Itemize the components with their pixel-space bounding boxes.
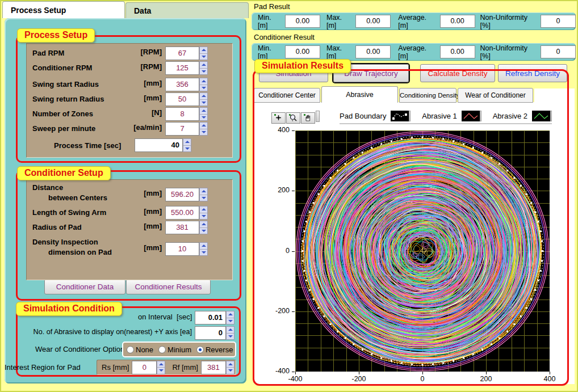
swing-start-radius-spinner[interactable]: [199, 78, 208, 91]
field-label2: between Centers: [48, 193, 107, 202]
swing-arm-length-spinner[interactable]: [199, 206, 208, 220]
field-label: Number of Zones: [32, 109, 93, 118]
trajectory-plot[interactable]: [295, 130, 550, 372]
y-axis-tick: [292, 191, 295, 191]
abrasive-display-spinner[interactable]: [226, 326, 234, 340]
field-label: Pad RPM: [32, 49, 64, 57]
radio-reverse-circle[interactable]: [196, 346, 204, 353]
plot-content-pane-edge: [534, 88, 575, 103]
pad-result-title: Pad Result: [254, 2, 290, 11]
y-axis-tick-label: 200: [268, 186, 290, 194]
radio-none-circle[interactable]: [127, 346, 134, 353]
abrasive2-swatch-icon[interactable]: [532, 111, 550, 121]
legend-abrasive1-label: Abrasive 1: [422, 112, 456, 120]
calculate-density-button[interactable]: Calculate Density: [420, 64, 495, 82]
interval-label: on Interval: [138, 313, 173, 321]
pad-average-label: Average. [m]: [398, 14, 437, 29]
field-unit: [mm]: [116, 189, 162, 197]
pad-rpm-spinner[interactable]: [199, 47, 208, 60]
process-time-input[interactable]: 40: [135, 138, 183, 152]
pan-tool-icon[interactable]: [301, 112, 315, 124]
field-label: Swing start Radius: [32, 80, 99, 88]
swing-start-radius-input[interactable]: 356: [165, 78, 199, 91]
pad-nonuniformity-value[interactable]: 0: [541, 15, 576, 28]
density-inspection-input[interactable]: 10: [165, 242, 199, 256]
pad-rpm-input[interactable]: 67: [165, 47, 199, 60]
swing-return-radius-spinner[interactable]: [199, 92, 208, 106]
sweep-per-minute-spinner[interactable]: [199, 122, 208, 136]
tab-conditioning-density[interactable]: Conditioning Density: [399, 88, 456, 103]
radio-reverse-label: Reverse: [206, 345, 233, 354]
field-unit: [ea/min]: [116, 123, 162, 132]
zoom-tool-icon[interactable]: [286, 112, 300, 124]
y-axis-tick: [292, 130, 295, 131]
interval-input[interactable]: 0.01: [195, 311, 226, 324]
field-unit: [mm]: [116, 243, 162, 252]
wear-option-label: Wear of Conditioner Option: [35, 345, 124, 353]
interest-region-fields: Rs [mm] 0 Rf [mm] 381: [97, 360, 236, 375]
pad-nonuniformity-label: Non-Uniformity [%]: [480, 14, 538, 29]
pad-max-value[interactable]: 0.00: [355, 15, 391, 28]
pad-result-strip: Min. [m] 0.00 Max. [m] 0.00 Average. [m]…: [252, 12, 576, 30]
radio-minium-circle[interactable]: [158, 346, 166, 353]
distance-between-centers-input[interactable]: 596.20: [165, 188, 199, 201]
pad-radius-spinner[interactable]: [199, 221, 208, 234]
cond-min-value[interactable]: 0.00: [285, 45, 320, 58]
field-unit: [mm]: [116, 207, 162, 216]
tab-abrasive[interactable]: Abrasive: [321, 86, 398, 103]
radio-none-label: None: [136, 345, 153, 354]
process-time-spinner[interactable]: [183, 138, 191, 152]
tab-wear-of-conditioner[interactable]: Wear of Conditioner: [458, 88, 533, 103]
tab-data[interactable]: Data: [125, 2, 249, 18]
legend-strip[interactable]: [409, 111, 411, 121]
rs-spinner[interactable]: [157, 361, 165, 374]
pad-max-label: Max. [m]: [326, 14, 353, 29]
radio-minium[interactable]: Minium: [158, 345, 191, 354]
density-inspection-spinner[interactable]: [199, 242, 208, 256]
pad-radius-input[interactable]: 381: [165, 221, 199, 234]
rs-input[interactable]: 0: [132, 361, 157, 374]
cond-nonuniformity-value[interactable]: 0: [541, 45, 576, 58]
cond-nonuniformity-label: Non-Uniformity [%]: [480, 44, 538, 60]
legend-strip[interactable]: [550, 111, 552, 121]
pad-boundary-swatch-icon[interactable]: [391, 111, 409, 121]
field-label: Length of Swing Arm: [32, 208, 106, 217]
x-axis-tick-label: -200: [342, 375, 376, 383]
rf-label: Rf [mm]: [172, 363, 198, 372]
y-axis-tick-label: -200: [268, 307, 290, 315]
graph-tools-palette: [271, 111, 320, 124]
conditioner-rpm-input[interactable]: 125: [165, 61, 199, 75]
pad-min-value[interactable]: 0.00: [285, 15, 320, 28]
interval-spinner[interactable]: [226, 311, 234, 324]
x-axis-tick: [359, 372, 359, 374]
tab-process-setup[interactable]: Process Setup: [2, 1, 125, 18]
field-unit: [RPM]: [116, 48, 162, 56]
interval-unit: [sec]: [177, 313, 192, 321]
legend-strip[interactable]: [480, 111, 481, 121]
swing-return-radius-input[interactable]: 50: [165, 92, 199, 106]
distance-spinner[interactable]: [199, 188, 208, 201]
number-of-zones-input[interactable]: 8: [165, 107, 199, 121]
rf-input[interactable]: 381: [201, 361, 226, 374]
cursor-tool-icon[interactable]: [271, 112, 286, 124]
cond-max-label: Max. [m]: [326, 44, 353, 60]
refresh-density-button[interactable]: Refresh Density: [498, 64, 567, 82]
tab-conditioner-center[interactable]: Conditioner Center: [254, 88, 320, 103]
sweep-per-minute-input[interactable]: 7: [165, 122, 199, 136]
application-window: Process Setup Data Process Setup Pad RPM…: [0, 0, 578, 392]
radio-reverse[interactable]: Reverse: [196, 345, 233, 354]
pad-average-value[interactable]: 0.00: [440, 15, 475, 28]
y-axis-tick-label: 0: [268, 247, 290, 255]
abrasive1-swatch-icon[interactable]: [462, 111, 480, 121]
swing-arm-length-input[interactable]: 550.00: [165, 206, 199, 220]
cond-average-value[interactable]: 0.00: [440, 45, 475, 58]
cond-max-value[interactable]: 0.00: [355, 45, 391, 58]
cond-min-label: Min. [m]: [258, 44, 282, 60]
conditioner-rpm-spinner[interactable]: [199, 61, 208, 75]
number-of-zones-spinner[interactable]: [199, 107, 208, 121]
radio-none[interactable]: None: [127, 345, 153, 354]
rf-spinner[interactable]: [226, 361, 234, 374]
abrasive-display-input[interactable]: 0: [195, 326, 226, 340]
palette-handle[interactable]: [316, 111, 320, 122]
x-axis-tick-label: 200: [469, 375, 503, 383]
